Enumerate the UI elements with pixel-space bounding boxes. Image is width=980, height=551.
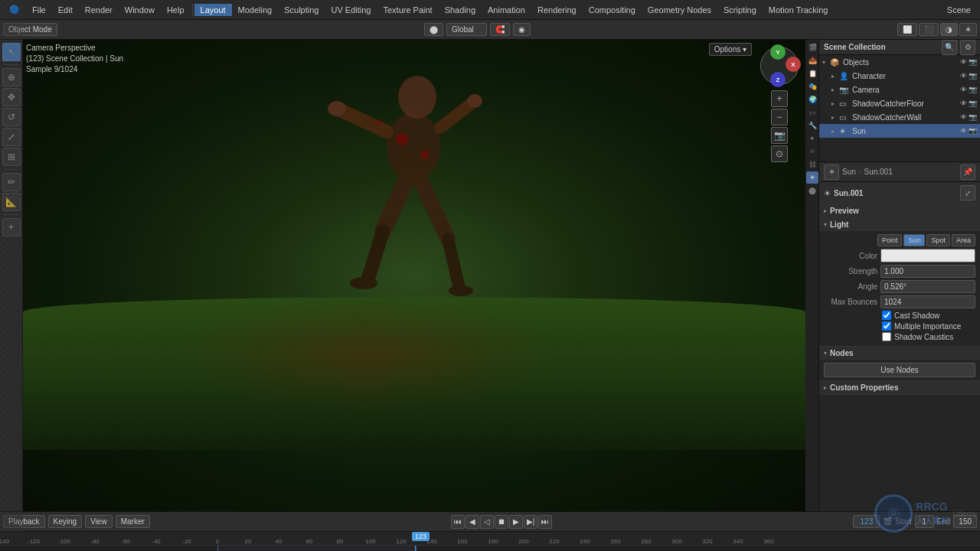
light-type-point[interactable]: Point [877,234,903,246]
add-tool[interactable]: + [2,218,21,236]
zoom-out-button[interactable]: − [771,109,788,126]
timeline-tracks[interactable] [0,546,980,551]
menu-window[interactable]: Window [119,4,161,16]
custom-props-header[interactable]: ▸ Custom Properties [819,381,980,394]
render-icon-camera[interactable]: 📷 [969,86,977,93]
prop-icon-object[interactable]: ▭ [806,106,818,119]
outliner-item-objects[interactable]: ▾ 📦 Objects 👁 📷 [819,55,980,69]
jump-start-btn[interactable]: ⏮ [451,515,465,529]
viewport-shading-btn[interactable]: ⬤ [424,23,443,36]
multiple-importance-checkbox[interactable] [882,321,891,331]
prop-icon-view-layer[interactable]: 📋 [806,67,818,80]
local-view-button[interactable]: ⊙ [771,145,788,162]
workspace-modeling[interactable]: Modeling [232,4,279,16]
play-fwd-btn[interactable]: ▶ [509,515,523,529]
tl-playback-btn[interactable]: Playback [3,515,45,528]
workspace-layout[interactable]: Layout [194,4,232,16]
nav-axis-x[interactable]: X [786,57,801,72]
viewport-options-button[interactable]: Options ▾ [709,43,752,56]
proportional-editing[interactable]: ◉ [513,23,531,36]
start-frame-display[interactable]: 1 [915,515,934,528]
workspace-scripting[interactable]: Scripting [717,4,763,16]
prop-icon-material[interactable]: ⬤ [806,184,818,197]
outliner-settings-btn[interactable]: ⚙ [960,40,975,55]
annotate-tool[interactable]: ✏ [2,173,21,191]
tl-view-btn[interactable]: View [85,515,113,528]
render-icon-floor[interactable]: 📷 [969,99,977,107]
menu-help[interactable]: Help [161,4,191,16]
workspace-texture-paint[interactable]: Texture Paint [377,4,438,16]
select-tool[interactable]: ↖ [2,43,21,61]
outliner-item-wall[interactable]: ▸ ▭ ShadowCatcherWall 👁 📷 [819,110,980,124]
props-expand-btn[interactable]: ⤢ [960,185,975,201]
move-tool[interactable]: ✥ [2,88,21,106]
next-frame-btn[interactable]: ▶| [524,515,537,529]
scene-name[interactable]: Scene [941,4,977,16]
transform-tool[interactable]: ⊞ [2,148,21,166]
viewport-shading-solid[interactable]: ⬛ [919,23,939,36]
play-back-btn[interactable]: ◁ [480,515,494,529]
snap-btn[interactable]: 🧲 [490,23,510,36]
light-type-spot[interactable]: Spot [926,234,950,246]
prop-icon-scene[interactable]: 🎭 [806,80,818,93]
zoom-in-button[interactable]: + [771,90,788,107]
render-icon-character[interactable]: 📷 [969,72,977,80]
viewport-mode-selector[interactable]: Object Mode [3,23,57,36]
measure-tool[interactable]: 📐 [2,193,21,211]
end-frame-display[interactable]: 150 [953,515,977,528]
prop-icon-world[interactable]: 🌍 [806,93,818,106]
workspace-rendering[interactable]: Rendering [531,4,583,16]
rotate-tool[interactable]: ↺ [2,108,21,126]
tl-marker-btn[interactable]: Marker [116,515,150,528]
props-pin-btn[interactable]: 📌 [960,165,975,180]
eye-icon-sun[interactable]: 👁 [960,127,967,135]
light-type-sun[interactable]: Sun [903,234,925,246]
eye-icon-wall[interactable]: 👁 [960,113,967,121]
workspace-sculpting[interactable]: Sculpting [278,4,325,16]
prop-icon-constraint[interactable]: ⛓ [806,158,818,171]
menu-file[interactable]: File [26,4,52,16]
outliner-item-character[interactable]: ▸ 👤 Character 👁 📷 [819,69,980,83]
prop-icon-particles[interactable]: ✦ [806,132,818,145]
color-picker[interactable] [880,249,975,262]
cursor-tool[interactable]: ⊕ [2,68,21,86]
workspace-shading[interactable]: Shading [439,4,482,16]
nodes-section-header[interactable]: ▾ Nodes [819,347,980,360]
cast-shadow-checkbox[interactable] [882,311,891,320]
nav-axis-z[interactable]: Z [770,72,786,87]
menu-edit[interactable]: Edit [52,4,79,16]
prop-icon-modifier[interactable]: 🔧 [806,119,818,132]
nav-axis-y[interactable]: Y [770,44,786,60]
viewport-shading-rendered[interactable]: ☀ [959,23,977,36]
outliner-filter-btn[interactable]: 🔍 [942,40,957,55]
props-icon-btn[interactable]: ☀ [824,165,839,180]
outliner-item-sun[interactable]: ▸ ☀ Sun 👁 📷 [819,124,980,138]
viewport-shading-wire[interactable]: ⬜ [897,23,917,36]
eye-icon-floor[interactable]: 👁 [960,99,967,107]
scale-tool[interactable]: ⤢ [2,128,21,146]
preview-section-header[interactable]: ▸ Preview [819,204,980,217]
render-icon-sun[interactable]: 📷 [969,127,977,135]
breadcrumb-sun001[interactable]: Sun.001 [864,168,892,176]
viewport-shading-material[interactable]: ◑ [940,23,958,36]
light-section-header[interactable]: ▾ Light [819,218,980,231]
eye-icon-camera[interactable]: 👁 [960,86,967,93]
eye-icon-objects[interactable]: 👁 [960,58,967,66]
workspace-motion-tracking[interactable]: Motion Tracking [763,4,835,16]
light-type-area[interactable]: Area [952,234,975,246]
viewport[interactable]: Camera Perspective (123) Scene Collectio… [23,40,805,511]
blender-logo[interactable]: 🔵 [3,3,26,16]
workspace-geometry-nodes[interactable]: Geometry Nodes [642,4,717,16]
eye-icon-character[interactable]: 👁 [960,72,967,80]
prop-icon-object-data[interactable]: ☀ [806,171,818,184]
angle-value[interactable]: 0.526° [880,280,975,293]
workspace-compositing[interactable]: Compositing [583,4,642,16]
prev-frame-btn[interactable]: ◀ [466,515,479,529]
prop-icon-physics[interactable]: ⚛ [806,145,818,158]
workspace-uv-editing[interactable]: UV Editing [325,4,377,16]
menu-render[interactable]: Render [79,4,119,16]
stop-btn[interactable]: ⏹ [495,515,508,529]
render-icon-objects[interactable]: 📷 [969,58,977,66]
prop-icon-render[interactable]: 🎬 [806,41,818,54]
camera-view-button[interactable]: 📷 [771,127,788,144]
